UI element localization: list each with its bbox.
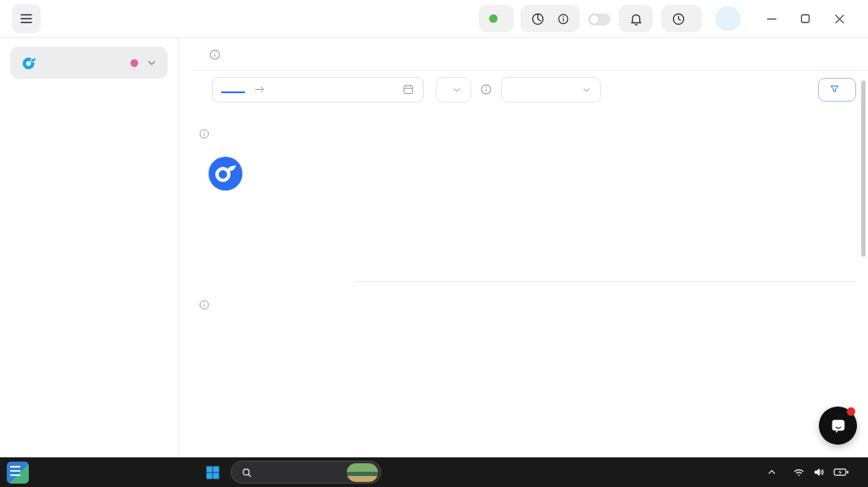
windows-taskbar xyxy=(0,457,868,487)
date-range-picker[interactable] xyxy=(212,77,424,102)
info-icon[interactable] xyxy=(480,83,492,96)
window-controls xyxy=(754,4,856,33)
info-icon[interactable] xyxy=(198,128,210,140)
clock-icon xyxy=(671,12,686,26)
app-window xyxy=(0,0,868,487)
status-dot-icon xyxy=(489,14,498,23)
maximize-button[interactable] xyxy=(788,4,822,33)
news-icon xyxy=(7,462,29,484)
taskbar-search[interactable] xyxy=(231,461,381,484)
chevron-down-icon xyxy=(581,85,592,95)
report-toolbar xyxy=(192,71,868,108)
metric-select[interactable] xyxy=(501,77,601,102)
funnel-icon xyxy=(829,84,840,95)
search-daily-image xyxy=(347,463,378,482)
user-avatar[interactable] xyxy=(715,6,741,31)
volume-icon[interactable] xyxy=(813,466,826,479)
chat-bubble-icon xyxy=(829,417,848,435)
notification-dot xyxy=(847,407,855,416)
arrow-right-icon xyxy=(253,83,266,96)
chart-y-axis xyxy=(192,323,222,457)
bell-icon xyxy=(629,12,643,26)
hamburger-menu-button[interactable] xyxy=(12,4,41,33)
close-icon xyxy=(834,14,845,25)
taskbar-news-widget[interactable] xyxy=(7,457,36,487)
group-by-select[interactable] xyxy=(436,77,471,102)
info-icon[interactable] xyxy=(198,299,210,311)
earnings-summary xyxy=(192,157,868,282)
status-badge xyxy=(479,5,514,32)
vertical-scrollbar[interactable] xyxy=(861,80,865,257)
summary-stats xyxy=(354,157,856,282)
page-header xyxy=(192,38,868,71)
date-start-field[interactable] xyxy=(221,86,245,93)
taskbar-center xyxy=(202,457,389,487)
start-button[interactable] xyxy=(202,462,223,483)
system-tray xyxy=(766,457,861,487)
timezone-button[interactable] xyxy=(520,5,580,32)
total-earnings-card xyxy=(192,157,354,282)
search-icon xyxy=(241,467,253,479)
topbar xyxy=(0,0,868,38)
close-button[interactable] xyxy=(822,4,856,33)
minimize-icon xyxy=(766,14,777,25)
onlyfans-logo-icon xyxy=(209,157,242,191)
hidden-icons-button[interactable] xyxy=(766,467,777,478)
battery-charging-icon[interactable] xyxy=(833,466,849,479)
maximize-icon xyxy=(800,14,810,24)
info-icon[interactable] xyxy=(209,48,221,61)
earnings-summary-header xyxy=(192,128,868,140)
main-content xyxy=(180,38,868,457)
filters-button[interactable] xyxy=(818,78,856,102)
workspace-switcher[interactable] xyxy=(10,47,168,79)
minimize-button[interactable] xyxy=(754,4,788,33)
chevron-down-icon xyxy=(452,85,462,95)
chat-widget-button[interactable] xyxy=(819,407,857,445)
date-end-field[interactable] xyxy=(275,87,278,92)
earnings-trends-header xyxy=(192,299,868,311)
workspace-status-dot xyxy=(131,59,138,67)
hamburger-icon xyxy=(19,11,34,26)
sidebar xyxy=(0,38,179,457)
sfw-toggle-group xyxy=(588,12,610,25)
chevron-down-icon xyxy=(146,57,158,69)
version-label xyxy=(10,437,168,449)
calendar-icon[interactable] xyxy=(402,83,415,96)
clock-in-button[interactable] xyxy=(661,5,702,32)
chart-plot-area xyxy=(222,323,858,457)
wifi-icon[interactable] xyxy=(793,466,805,479)
onlyfans-logo-icon xyxy=(20,53,39,72)
sfw-toggle-knob xyxy=(590,15,598,24)
notifications-button[interactable] xyxy=(619,5,653,32)
earnings-trends-chart xyxy=(192,323,868,457)
windows-logo-icon xyxy=(204,464,221,481)
sfw-toggle[interactable] xyxy=(588,14,610,25)
globe-icon xyxy=(531,12,545,26)
info-icon[interactable] xyxy=(557,13,570,25)
